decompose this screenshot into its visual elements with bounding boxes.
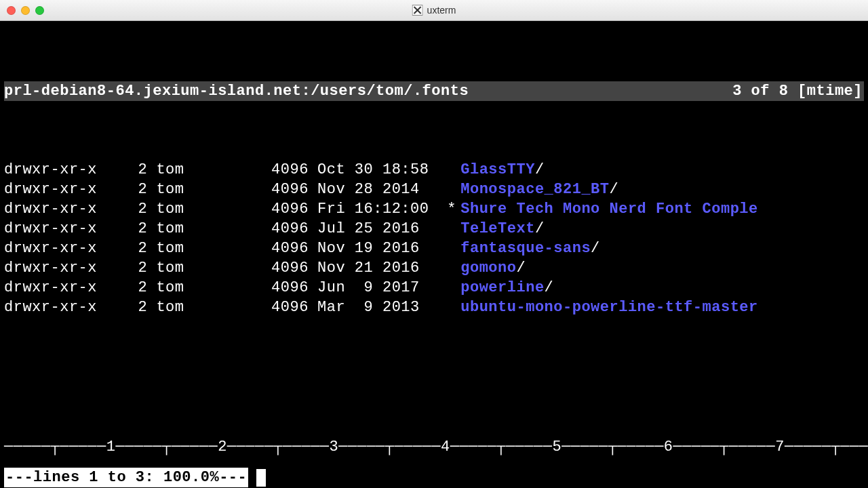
list-row[interactable]: drwxr-xr-x2tom4096Nov 28 2014 Monospace_… xyxy=(4,180,864,199)
links: 2 xyxy=(111,239,156,258)
size: 4096 xyxy=(264,160,309,180)
list-row[interactable]: drwxr-xr-x2tom4096Mar 9 2013 ubuntu-mono… xyxy=(4,298,864,317)
date: Oct 30 18:58 xyxy=(309,160,443,180)
perm: drwxr-xr-x xyxy=(4,219,111,239)
mark xyxy=(443,219,460,239)
date: Nov 19 2016 xyxy=(309,239,443,258)
owner: tom xyxy=(156,298,263,317)
header-path: prl-debian8-64.jexium-island.net:/users/… xyxy=(4,81,732,101)
list-row[interactable]: drwxr-xr-x2tom4096Nov 21 2016 gomono/ xyxy=(4,258,864,278)
owner: tom xyxy=(156,160,263,180)
mark: * xyxy=(443,199,460,219)
links: 2 xyxy=(111,160,156,180)
entry-name: TeleText/ xyxy=(460,219,864,239)
xterm-icon xyxy=(412,5,423,16)
owner: tom xyxy=(156,199,263,219)
window-title: uxterm xyxy=(412,5,456,16)
entry-name: GlassTTY/ xyxy=(460,160,864,180)
window-titlebar: uxterm xyxy=(0,0,868,21)
status-bar: ---lines 1 to 3: 100.0%--- xyxy=(4,468,266,487)
header-line: prl-debian8-64.jexium-island.net:/users/… xyxy=(4,81,864,101)
links: 2 xyxy=(111,199,156,219)
column-ruler: ─────┬─────1─────┬─────2─────┬─────3────… xyxy=(4,437,864,457)
date: Jul 25 2016 xyxy=(309,219,443,239)
date: Nov 21 2016 xyxy=(309,258,443,278)
list-row[interactable]: drwxr-xr-x2tom4096Oct 30 18:58 GlassTTY/ xyxy=(4,160,864,180)
minimize-window-button[interactable] xyxy=(21,6,30,15)
owner: tom xyxy=(156,278,263,298)
owner: tom xyxy=(156,219,263,239)
entry-name: ubuntu-mono-powerline-ttf-master xyxy=(460,298,864,317)
text-cursor xyxy=(256,469,266,487)
list-row[interactable]: drwxr-xr-x2tom4096Jul 25 2016 TeleText/ xyxy=(4,219,864,239)
perm: drwxr-xr-x xyxy=(4,199,111,219)
date: Jun 9 2017 xyxy=(309,278,443,298)
date: Nov 28 2014 xyxy=(309,180,443,199)
entry-name: gomono/ xyxy=(460,258,864,278)
mark xyxy=(443,278,460,298)
zoom-window-button[interactable] xyxy=(35,6,44,15)
links: 2 xyxy=(111,258,156,278)
close-window-button[interactable] xyxy=(7,6,16,15)
status-text: ---lines 1 to 3: 100.0%--- xyxy=(4,468,248,487)
entry-name: Shure Tech Mono Nerd Font Comple xyxy=(460,199,864,219)
list-row[interactable]: drwxr-xr-x2tom4096Jun 9 2017 powerline/ xyxy=(4,278,864,298)
owner: tom xyxy=(156,258,263,278)
links: 2 xyxy=(111,298,156,317)
directory-listing: drwxr-xr-x2tom4096Oct 30 18:58 GlassTTY/… xyxy=(4,160,864,317)
size: 4096 xyxy=(264,258,309,278)
size: 4096 xyxy=(264,239,309,258)
size: 4096 xyxy=(264,180,309,199)
mark xyxy=(443,180,460,199)
links: 2 xyxy=(111,180,156,199)
links: 2 xyxy=(111,219,156,239)
entry-name: powerline/ xyxy=(460,278,864,298)
date: Mar 9 2013 xyxy=(309,298,443,317)
terminal-area[interactable]: prl-debian8-64.jexium-island.net:/users/… xyxy=(0,21,868,488)
perm: drwxr-xr-x xyxy=(4,278,111,298)
entry-name: Monospace_821_BT/ xyxy=(460,180,864,199)
size: 4096 xyxy=(264,278,309,298)
owner: tom xyxy=(156,180,263,199)
list-row[interactable]: drwxr-xr-x2tom4096Nov 19 2016 fantasque-… xyxy=(4,239,864,258)
size: 4096 xyxy=(264,298,309,317)
window-controls xyxy=(0,6,44,15)
perm: drwxr-xr-x xyxy=(4,160,111,180)
mark xyxy=(443,160,460,180)
window-title-text: uxterm xyxy=(427,5,456,16)
resize-grip-icon[interactable] xyxy=(856,476,868,488)
mark xyxy=(443,298,460,317)
mark xyxy=(443,258,460,278)
size: 4096 xyxy=(264,219,309,239)
entry-name: fantasque-sans/ xyxy=(460,239,864,258)
header-position: 3 of 8 [mtime] xyxy=(732,81,864,101)
list-row[interactable]: drwxr-xr-x2tom4096Fri 16:12:00*Shure Tec… xyxy=(4,199,864,219)
size: 4096 xyxy=(264,199,309,219)
owner: tom xyxy=(156,239,263,258)
date: Fri 16:12:00 xyxy=(309,199,443,219)
perm: drwxr-xr-x xyxy=(4,258,111,278)
perm: drwxr-xr-x xyxy=(4,298,111,317)
mark xyxy=(443,239,460,258)
links: 2 xyxy=(111,278,156,298)
perm: drwxr-xr-x xyxy=(4,239,111,258)
perm: drwxr-xr-x xyxy=(4,180,111,199)
